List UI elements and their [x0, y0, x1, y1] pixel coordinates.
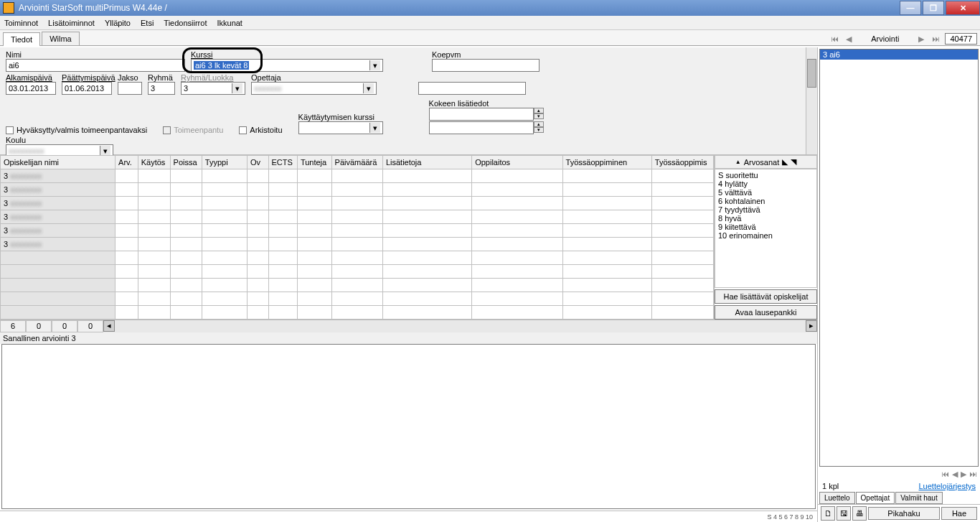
- table-row[interactable]: 3 xxxxxxxx: [1, 238, 714, 251]
- dropdown-arrow-icon[interactable]: ▾: [232, 83, 242, 93]
- nav-first-icon[interactable]: ⏮: [829, 34, 839, 43]
- arvosana-item[interactable]: 8 hyvä: [718, 214, 814, 223]
- maximize-button[interactable]: ❐: [923, 1, 944, 15]
- table-row[interactable]: 3 xxxxxxxx: [1, 210, 714, 224]
- new-icon[interactable]: 🗋: [821, 506, 835, 521]
- table-row[interactable]: 3 xxxxxxxx: [1, 183, 714, 197]
- arvosana-item[interactable]: 10 erinomainen: [718, 231, 814, 240]
- spinner-down-icon[interactable]: ▾: [534, 127, 544, 133]
- menu-yllapito[interactable]: Ylläpito: [105, 19, 131, 27]
- dropdown-arrow-icon[interactable]: ▾: [369, 60, 380, 70]
- arkistoitu-checkbox[interactable]: Arkistoitu: [239, 126, 282, 134]
- hae-opiskelijat-button[interactable]: Hae lisättävät opiskelijat: [715, 289, 817, 304]
- right-list[interactable]: 3 ai6: [819, 49, 979, 467]
- menu-toiminnot[interactable]: Toiminnot: [4, 19, 38, 27]
- rtab-luettelo[interactable]: Luettelo: [819, 492, 855, 504]
- close-button[interactable]: ✕: [946, 1, 980, 15]
- koklisa1-input[interactable]: [429, 108, 534, 121]
- dropdown-arrow-icon[interactable]: ▾: [100, 146, 110, 156]
- arvosana-item[interactable]: 7 tyydyttävä: [718, 205, 814, 214]
- col-header[interactable]: Tyyppi: [202, 156, 247, 169]
- hyvaksytty-checkbox[interactable]: Hyväksytty/valmis toimeenpantavaksi: [6, 126, 147, 134]
- nav-last-icon[interactable]: ⏭: [930, 34, 941, 43]
- loppu-input[interactable]: [62, 82, 112, 95]
- jakso-input[interactable]: [118, 82, 142, 95]
- table-row[interactable]: [1, 265, 714, 279]
- table-row[interactable]: 3 xxxxxxxx: [1, 224, 714, 238]
- arvosana-item[interactable]: 5 välttävä: [718, 188, 814, 197]
- alku-input[interactable]: [6, 82, 56, 95]
- kurssi-combo[interactable]: ai6 3 lk kevät 8 ▾: [191, 59, 383, 72]
- menu-etsi[interactable]: Etsi: [141, 19, 154, 27]
- nav-prev-icon[interactable]: ◀: [952, 470, 958, 479]
- arvosanat-list[interactable]: S suoritettu4 hylätty5 välttävä6 kohtala…: [715, 169, 817, 288]
- nav-prev-icon[interactable]: ◀: [844, 34, 854, 44]
- col-header[interactable]: Poissa: [170, 156, 202, 169]
- dropdown-arrow-icon[interactable]: ▾: [363, 83, 374, 93]
- col-header[interactable]: Käytös: [138, 156, 170, 169]
- nav-next-icon[interactable]: ▶: [961, 470, 966, 479]
- koepvm-input[interactable]: [432, 59, 540, 72]
- col-header[interactable]: Päivämäärä: [331, 156, 382, 169]
- arvosana-item[interactable]: 9 kiitettävä: [718, 223, 814, 231]
- save-icon[interactable]: 🖫: [837, 506, 851, 521]
- ryhma-input[interactable]: [148, 82, 175, 95]
- col-header[interactable]: Lisätietoja: [382, 156, 471, 169]
- menu-tiedonsiirrot[interactable]: Tiedonsiirrot: [164, 19, 207, 27]
- col-header[interactable]: Työssäoppimis: [651, 156, 713, 169]
- sanallinen-textarea[interactable]: [1, 344, 816, 510]
- pikahaku-button[interactable]: Pikahaku: [868, 507, 940, 520]
- hae-button[interactable]: Hae: [941, 507, 977, 520]
- luettelojarjestys-link[interactable]: Luettelojärjestys: [919, 482, 976, 490]
- right-list-item[interactable]: 3 ai6: [820, 50, 978, 60]
- col-header[interactable]: Työssäoppiminen: [562, 156, 651, 169]
- table-row[interactable]: [1, 306, 714, 320]
- sort-desc-icon[interactable]: ◥: [791, 157, 796, 167]
- menu-ikkunat[interactable]: Ikkunat: [217, 19, 242, 27]
- kaytt-combo[interactable]: ▾: [298, 121, 383, 134]
- table-row[interactable]: 3 xxxxxxxx: [1, 197, 714, 210]
- col-header[interactable]: Opiskelijan nimi: [1, 156, 116, 169]
- avaa-lausepankki-button[interactable]: Avaa lausepankki: [715, 305, 817, 320]
- scroll-left-icon[interactable]: ◂: [103, 320, 115, 332]
- nav-next-icon[interactable]: ▶: [916, 34, 926, 44]
- form-scrollbar[interactable]: [806, 47, 817, 154]
- table-row[interactable]: [1, 279, 714, 292]
- col-header[interactable]: Oppilaitos: [472, 156, 562, 169]
- koepvm2-input[interactable]: [418, 82, 526, 95]
- grid-hscrollbar[interactable]: ◂▸: [103, 320, 817, 332]
- scroll-right-icon[interactable]: ▸: [806, 320, 817, 332]
- rtab-valmiithaut[interactable]: Valmiit haut: [895, 492, 943, 504]
- nimi-input[interactable]: [6, 59, 185, 72]
- col-header[interactable]: Ov: [248, 156, 268, 169]
- arvosana-item[interactable]: 4 hylätty: [718, 180, 814, 188]
- tab-tiedot[interactable]: Tiedot: [3, 32, 40, 46]
- ryhmaluokka-combo[interactable]: 3▾: [181, 82, 245, 95]
- col-header[interactable]: Tunteja: [297, 156, 331, 169]
- spinner-up-icon[interactable]: ▴: [534, 121, 544, 127]
- nav-first-icon[interactable]: ⏮: [941, 470, 949, 479]
- scroll-up-icon[interactable]: ▲: [735, 159, 741, 165]
- tab-wilma[interactable]: Wilma: [42, 32, 80, 45]
- nav-last-icon[interactable]: ⏭: [969, 470, 977, 479]
- menu-lisatoiminnot[interactable]: Lisätoiminnot: [48, 19, 95, 27]
- col-header[interactable]: ECTS: [268, 156, 297, 169]
- table-row[interactable]: [1, 292, 714, 306]
- student-grid[interactable]: Opiskelijan nimiArv.KäytösPoissaTyyppiOv…: [0, 155, 714, 320]
- table-row[interactable]: [1, 251, 714, 265]
- alku-label: Alkamispäivä: [6, 73, 56, 82]
- sort-asc-icon[interactable]: ◣: [782, 157, 788, 167]
- minimize-button[interactable]: —: [900, 1, 921, 15]
- opettaja-combo[interactable]: xxxxxxx▾: [251, 82, 377, 95]
- arvosana-item[interactable]: 6 kohtalainen: [718, 197, 814, 205]
- spinner-up-icon[interactable]: ▴: [534, 108, 544, 113]
- rtab-opettajat[interactable]: Opettajat: [856, 492, 895, 504]
- nimi-label: Nimi: [6, 50, 185, 59]
- spinner-down-icon[interactable]: ▾: [534, 113, 544, 119]
- dropdown-arrow-icon[interactable]: ▾: [369, 123, 380, 133]
- koklisa2-input[interactable]: [429, 121, 534, 134]
- table-row[interactable]: 3 xxxxxxxx: [1, 169, 714, 183]
- print-icon[interactable]: 🖶: [852, 506, 867, 521]
- arvosana-item[interactable]: S suoritettu: [718, 171, 814, 180]
- col-header[interactable]: Arv.: [116, 156, 138, 169]
